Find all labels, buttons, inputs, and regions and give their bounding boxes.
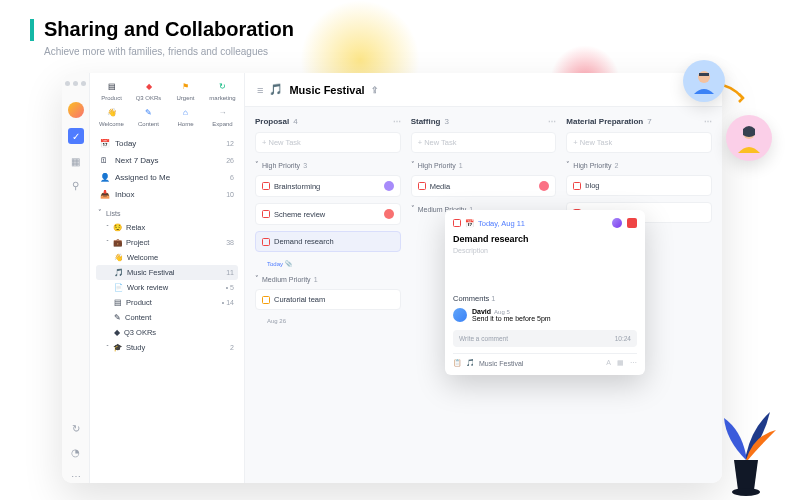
assignee-avatar: [384, 209, 394, 219]
quick-content[interactable]: ✎Content: [133, 105, 164, 127]
quick-product[interactable]: ▤Product: [96, 79, 127, 101]
assignee-avatar: [384, 181, 394, 191]
group-header[interactable]: ˅High Priority1: [411, 161, 557, 169]
popup-title[interactable]: Demand research: [453, 234, 637, 244]
quick-welcome[interactable]: 👋Welcome: [96, 105, 127, 127]
svg-rect-1: [699, 73, 709, 76]
popup-date-text[interactable]: Today, Aug 11: [478, 219, 525, 228]
quick-q3 okrs[interactable]: ◆Q3 OKRs: [133, 79, 164, 101]
column-more-icon[interactable]: ⋯: [548, 117, 556, 126]
smart-inbox[interactable]: 📥Inbox10: [96, 186, 238, 203]
comment-item: DavidAug 5 Send it to me before 5pm: [453, 308, 637, 322]
calendar-icon: 📅: [465, 219, 474, 228]
column-more-icon[interactable]: ⋯: [393, 117, 401, 126]
task-card[interactable]: Brainstorming: [255, 175, 401, 197]
list-q3-okrs[interactable]: ◆Q3 OKRs: [96, 325, 238, 340]
list-welcome[interactable]: 👋Welcome: [96, 250, 238, 265]
smart-today[interactable]: 📅Today12: [96, 135, 238, 152]
list-music-festival[interactable]: 🎵Music Festival11: [96, 265, 238, 280]
group-header[interactable]: ˅High Priority2: [566, 161, 712, 169]
comment-avatar: [453, 308, 467, 322]
left-rail: ✓ ▦ ⚲ ↻ ◔ ⋯: [62, 73, 90, 483]
chevron-down-icon: ˅: [98, 209, 102, 217]
person-avatar-2: [726, 115, 772, 161]
list-content[interactable]: ✎Content: [96, 310, 238, 325]
window-controls[interactable]: [65, 81, 86, 86]
calendar-nav-icon[interactable]: ▦: [69, 154, 83, 168]
person-avatar-1: [683, 60, 725, 102]
checkbox-nav-icon[interactable]: ✓: [68, 128, 84, 144]
page-title: Sharing and Collaboration: [44, 18, 294, 41]
plant-decoration: [706, 400, 786, 500]
task-card[interactable]: Media: [411, 175, 557, 197]
smart-next-7-days[interactable]: 🗓Next 7 Days26: [96, 152, 238, 169]
marketing-header: Sharing and Collaboration Achieve more w…: [30, 18, 294, 57]
quick-home[interactable]: ⌂Home: [170, 105, 201, 127]
task-checkbox[interactable]: [262, 296, 270, 304]
search-nav-icon[interactable]: ⚲: [69, 178, 83, 192]
list-relax[interactable]: ˅😌Relax: [96, 220, 238, 235]
task-card[interactable]: blog: [566, 175, 712, 196]
popup-more-icon[interactable]: ⋯: [630, 359, 637, 367]
task-checkbox[interactable]: [418, 182, 426, 190]
lists-section-header[interactable]: ˅Lists: [96, 203, 238, 220]
new-task-button[interactable]: + New Task: [255, 132, 401, 153]
sync-icon[interactable]: ↻: [69, 421, 83, 435]
popup-description[interactable]: Description: [453, 247, 637, 254]
column-proposal: Proposal4⋯ + New Task˅High Priority3Brai…: [255, 117, 401, 473]
task-checkbox[interactable]: [573, 182, 581, 190]
task-checkbox[interactable]: [262, 182, 270, 190]
task-detail-popup: 📅 Today, Aug 11 Demand research Descript…: [445, 210, 645, 375]
board-title-text: Music Festival: [289, 84, 364, 96]
task-checkbox[interactable]: [262, 210, 270, 218]
share-icon[interactable]: ⇪: [371, 85, 379, 95]
group-header[interactable]: ˅High Priority3: [255, 161, 401, 169]
quick-marketing[interactable]: ↻marketing: [207, 79, 238, 101]
svg-point-0: [698, 71, 710, 83]
task-card[interactable]: Demand research: [255, 231, 401, 252]
attach-icon[interactable]: ▦: [617, 359, 624, 367]
new-task-button[interactable]: + New Task: [566, 132, 712, 153]
hamburger-icon[interactable]: ≡: [257, 84, 263, 96]
comment-input[interactable]: Write a comment10:24: [453, 330, 637, 347]
font-icon[interactable]: A: [606, 359, 611, 367]
list-project[interactable]: ˅💼Project38: [96, 235, 238, 250]
smart-assigned-to-me[interactable]: 👤Assigned to Me6: [96, 169, 238, 186]
task-card[interactable]: Scheme review: [255, 203, 401, 225]
list-work-review[interactable]: 📄Work review• 5: [96, 280, 238, 295]
new-task-button[interactable]: + New Task: [411, 132, 557, 153]
board-header: ≡ 🎵 Music Festival ⇪ ⟱ ⋯: [245, 73, 722, 107]
svg-point-3: [732, 488, 760, 496]
more-icon[interactable]: ⋯: [69, 469, 83, 483]
assignee-avatar: [539, 181, 549, 191]
list-product[interactable]: ▤Product• 14: [96, 295, 238, 310]
quick-expand[interactable]: →Expand: [207, 105, 238, 127]
flag-icon[interactable]: [627, 218, 637, 228]
sidebar: ▤Product◆Q3 OKRs⚑Urgent↻marketing 👋Welco…: [90, 73, 245, 483]
page-subtitle: Achieve more with families, friends and …: [44, 46, 294, 57]
quick-urgent[interactable]: ⚑Urgent: [170, 79, 201, 101]
list-study[interactable]: ˅🎓Study2: [96, 340, 238, 355]
comment-text: Send it to me before 5pm: [472, 315, 551, 322]
task-checkbox[interactable]: [262, 238, 270, 246]
bell-icon[interactable]: ◔: [69, 445, 83, 459]
user-avatar[interactable]: [68, 102, 84, 118]
assignee-avatar[interactable]: [612, 218, 622, 228]
popup-checkbox[interactable]: [453, 219, 461, 227]
group-header[interactable]: ˅Medium Priority1: [255, 275, 401, 283]
task-card[interactable]: Curatorial team: [255, 289, 401, 310]
board-icon: 🎵: [269, 83, 283, 96]
list-chip-icon: 📋: [453, 359, 462, 367]
